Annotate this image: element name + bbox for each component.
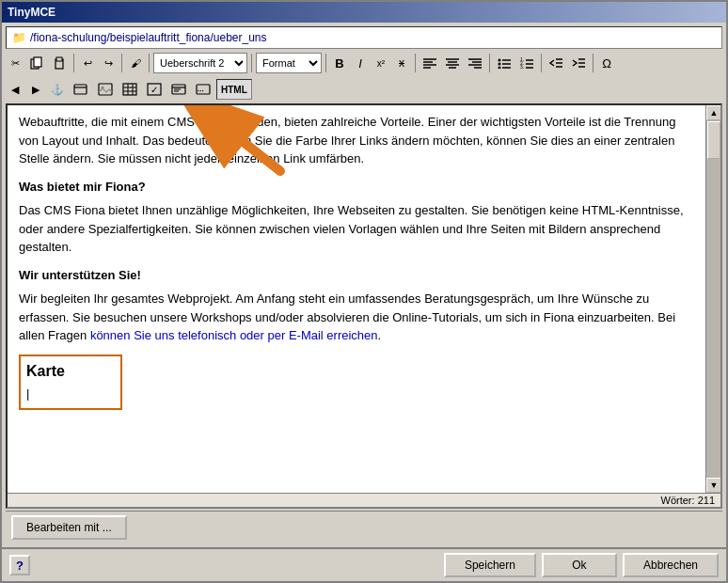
undo-button[interactable]: ↩ <box>78 53 97 73</box>
edit-with-button[interactable]: Bearbeiten mit ... <box>11 515 127 540</box>
paragraph-1: Webauftritte, die mit einem CMS erstellt… <box>19 113 694 168</box>
content-area: 📁 /fiona-schulung/beispielauftritt_fiona… <box>2 23 726 547</box>
path-text: /fiona-schulung/beispielauftritt_fiona/u… <box>30 31 267 44</box>
paste-button[interactable] <box>49 53 70 73</box>
cancel-button[interactable]: Abbrechen <box>623 553 719 577</box>
separator <box>325 54 326 72</box>
separator <box>121 54 122 72</box>
card-title: Karte <box>26 360 115 383</box>
html-button[interactable]: HTML <box>216 79 252 100</box>
folder-icon: 📁 <box>12 31 26 44</box>
svg-text:3.: 3. <box>520 64 524 69</box>
svg-rect-36 <box>99 84 112 95</box>
nav-back-button[interactable]: ◀ <box>6 79 24 100</box>
svg-text:···: ··· <box>198 87 204 95</box>
align-left-button[interactable] <box>419 53 440 73</box>
card-cursor[interactable]: | <box>26 383 115 404</box>
separator <box>73 54 74 72</box>
footer: ? Speichern Ok Abbrechen <box>2 547 726 581</box>
save-button[interactable]: Speichern <box>444 553 536 577</box>
format-select[interactable]: Format Bold Italic <box>256 53 322 73</box>
separator <box>593 54 593 72</box>
separator <box>149 54 150 72</box>
editor-container: Webauftritte, die mit einem CMS erstellt… <box>6 103 722 509</box>
path-bar: 📁 /fiona-schulung/beispielauftritt_fiona… <box>6 26 722 49</box>
toolbar-row-1: ✂ ↩ ↪ 🖌 Ueberschrift 2 Ueberschrift 1 Ue… <box>6 51 722 75</box>
scroll-track[interactable] <box>706 120 720 478</box>
preview-button[interactable] <box>167 79 190 100</box>
svg-point-18 <box>499 63 501 66</box>
separator <box>415 54 416 72</box>
window-title: TinyMCE <box>8 6 55 19</box>
svg-rect-34 <box>74 85 87 94</box>
strikethrough-button[interactable]: x <box>392 53 411 73</box>
paragraph-2: Das CMS Fiona bietet Ihnen unzählige Mög… <box>19 201 694 257</box>
special-chars-button[interactable]: Ω <box>597 53 616 73</box>
toolbar-row-2: ◀ ▶ ⚓ ✓ ·· <box>6 77 722 102</box>
list-ul-button[interactable] <box>494 53 514 73</box>
unknown-button[interactable]: ··· <box>192 79 214 100</box>
heading-2: Wir unterstützen Sie! <box>19 266 694 285</box>
separator <box>489 54 490 72</box>
cut-button[interactable]: ✂ <box>6 53 24 73</box>
indent-increase-button[interactable] <box>568 53 589 73</box>
copy-button[interactable] <box>26 53 47 73</box>
scrollbar: ▲ ▼ <box>705 105 720 493</box>
align-right-button[interactable] <box>465 53 485 73</box>
editor-text-area[interactable]: Webauftritte, die mit einem CMS erstellt… <box>8 105 705 493</box>
footer-buttons: Speichern Ok Abbrechen <box>444 553 719 577</box>
svg-point-20 <box>499 67 501 70</box>
anchor-button[interactable]: ⚓ <box>47 79 68 100</box>
word-count: 211 <box>698 495 715 506</box>
scroll-down-button[interactable]: ▼ <box>706 478 720 493</box>
scroll-thumb[interactable] <box>707 121 720 159</box>
help-button[interactable]: ? <box>9 555 30 575</box>
scroll-up-button[interactable]: ▲ <box>706 105 720 120</box>
main-window: TinyMCE 📁 /fiona-schulung/beispielauftri… <box>0 0 728 583</box>
insert-special-button[interactable]: ✓ <box>143 79 166 100</box>
bold-button[interactable]: B <box>330 53 349 73</box>
paragraph-3: Wir begleiten Ihr gesamtes Webprojekt. A… <box>19 290 694 345</box>
svg-rect-38 <box>123 84 136 95</box>
card-box: Karte | <box>19 355 122 410</box>
heading-select[interactable]: Ueberschrift 2 Ueberschrift 1 Ueberschri… <box>153 53 247 73</box>
heading-1: Was bietet mir Fiona? <box>19 178 694 197</box>
indent-decrease-button[interactable] <box>546 53 566 73</box>
bottom-toolbar: Bearbeiten mit ... <box>6 511 722 544</box>
table-button[interactable] <box>119 79 141 100</box>
link-button[interactable] <box>70 79 92 100</box>
svg-text:✓: ✓ <box>150 85 158 95</box>
italic-button[interactable]: I <box>351 53 370 73</box>
editor-inner: Webauftritte, die mit einem CMS erstellt… <box>8 105 720 493</box>
superscript-button[interactable]: x² <box>372 53 390 73</box>
align-center-button[interactable] <box>442 53 463 73</box>
image-button[interactable] <box>94 79 117 100</box>
status-bar: Wörter: 211 <box>8 493 720 507</box>
word-count-label: Wörter: <box>661 495 695 506</box>
list-ol-button[interactable]: 1.2.3. <box>516 53 537 73</box>
format-painter-button[interactable]: 🖌 <box>126 53 145 73</box>
svg-point-16 <box>499 59 501 62</box>
svg-rect-3 <box>56 57 62 61</box>
separator <box>251 54 252 72</box>
ok-button[interactable]: Ok <box>542 553 617 577</box>
nav-forward-button[interactable]: ▶ <box>26 79 45 100</box>
redo-button[interactable]: ↪ <box>99 53 118 73</box>
editor-content[interactable]: Webauftritte, die mit einem CMS erstellt… <box>8 105 705 418</box>
separator <box>541 54 542 72</box>
svg-rect-1 <box>34 57 41 67</box>
title-bar: TinyMCE <box>2 2 726 23</box>
